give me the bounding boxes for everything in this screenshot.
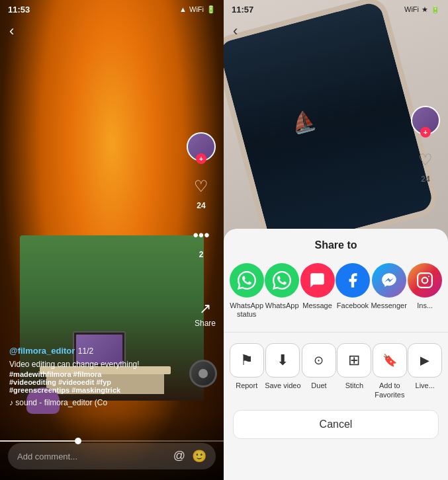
share-apps-row: WhatsAppstatus WhatsApp Message Facebook [224,263,448,332]
share-divider [224,332,448,333]
avatar-left[interactable]: + [187,132,216,161]
share-app-facebook[interactable]: Facebook [336,263,370,319]
whatsapp-label: WhatsApp [265,301,299,310]
share-actions-row: ⚑ Report ⬇ Save video ⊙ Duet ⊞ Stitch 🔖 … [224,343,448,409]
comment-placeholder-left: Add comment... [17,452,167,461]
share-sheet: Share to WhatsAppstatus WhatsApp Message [224,229,448,480]
signal-icon: ▲ [179,5,187,13]
back-button-left[interactable]: ‹ [9,22,14,40]
duet-action[interactable]: ⊙ Duet [302,343,336,399]
share-app-whatsapp[interactable]: WhatsApp [265,263,299,319]
svg-point-2 [428,276,429,277]
back-button-right[interactable]: ‹ [233,22,238,40]
sound-note-left: ♪ sound - filmora_editor (Co [9,398,107,407]
comment-icon-left[interactable]: ••• [188,222,214,249]
cancel-button[interactable]: Cancel [233,410,439,439]
status-bar-left: 11:53 ▲ WiFi 🔋 [0,0,224,19]
heart-icon-left[interactable]: ♡ [188,173,214,200]
share-label-left: Share [195,319,216,328]
live-action[interactable]: ▶ Live... [408,343,442,399]
caption-left: Video editing can change everything! [9,359,171,370]
share-app-messenger[interactable]: Messenger [371,263,406,319]
progress-bar-left [0,440,224,442]
whatsapp-icon [265,263,299,298]
like-action-left[interactable]: ♡ 24 [188,173,214,210]
svg-point-1 [422,278,428,284]
like-action-right[interactable]: ♡ 24 [412,147,439,184]
messenger-label: Messenger [371,301,406,310]
hashtags-left: #madewithfilmora #filmora #videoediting … [9,370,171,394]
report-action[interactable]: ⚑ Report [230,343,264,399]
live-label: Live... [416,381,435,390]
share-sheet-title: Share to [224,239,448,251]
save-video-label: Save video [265,381,300,390]
comment-icons-left: @ 🙂 [173,449,206,463]
time-left: 11:53 [8,5,30,15]
status-bar-right: 11:57 WiFi ★ 🔋 [224,0,448,19]
bottom-content-left: @filmora_editor 11/2 Video editing can c… [9,344,171,407]
left-panel: 11:53 ▲ WiFi 🔋 ‹ + ♡ 24 ••• 2 ↗ Share @f… [0,0,224,480]
date-left: 11/2 [78,346,93,356]
report-icon: ⚑ [230,343,264,378]
add-favorites-action[interactable]: 🔖 Add toFavorites [373,343,407,399]
report-label: Report [236,381,257,390]
messenger-icon [372,263,406,298]
save-video-icon: ⬇ [265,343,300,378]
comment-action-left[interactable]: ••• 2 [188,222,214,259]
share-app-instagram[interactable]: Ins... [408,263,442,319]
share-icon-left: ↗ [199,300,211,317]
stitch-action[interactable]: ⊞ Stitch [337,343,371,399]
battery-icon: 🔋 [206,5,216,14]
status-icons-left: ▲ WiFi 🔋 [179,5,216,14]
boat-trail-icon: ⛵ [288,107,318,136]
duet-icon: ⊙ [302,343,336,378]
wifi-icon: WiFi [189,5,204,13]
comment-bar-left[interactable]: Add comment... @ 🙂 [8,443,216,469]
heart-icon-right[interactable]: ♡ [412,147,439,173]
stitch-label: Stitch [345,381,364,390]
instagram-icon [408,263,442,298]
svg-rect-0 [418,273,432,288]
time-right: 11:57 [232,5,253,15]
add-favorites-icon: 🔖 [373,343,407,378]
facebook-label: Facebook [337,301,369,310]
save-video-action[interactable]: ⬇ Save video [265,343,300,399]
bottom-bar-left: Add comment... @ 🙂 [0,414,224,480]
status-icons-right: WiFi ★ 🔋 [404,5,440,14]
facebook-icon [336,263,370,298]
comment-count-left: 2 [199,250,204,259]
star-icon-right: ★ [422,5,428,14]
battery-icon-right: 🔋 [431,5,440,14]
wifi-icon-right: WiFi [404,5,419,13]
message-icon [300,263,335,298]
progress-fill-left [0,440,78,442]
action-buttons-right: + ♡ 24 [411,106,440,184]
instagram-label: Ins... [417,301,433,310]
action-buttons-left: + ♡ 24 ••• 2 [187,132,216,259]
music-disc-left [189,360,217,387]
whatsapp-status-icon [230,263,264,298]
music-disc-inner-left [199,369,208,378]
duet-label: Duet [311,381,326,390]
message-label: Message [302,301,332,310]
at-icon-left[interactable]: @ [173,449,185,463]
share-app-message[interactable]: Message [300,263,335,319]
share-button-left[interactable]: ↗ Share [195,300,216,328]
right-panel: ⛵ 11:57 WiFi ★ 🔋 ‹ + ♡ 24 Share to [224,0,448,480]
like-count-right: 24 [421,175,429,184]
follow-plus-right[interactable]: + [420,127,431,138]
add-favorites-label: Add toFavorites [375,381,404,399]
username-left[interactable]: @filmora_editor [9,346,75,356]
emoji-icon-left[interactable]: 🙂 [192,449,206,463]
whatsapp-status-label: WhatsAppstatus [230,301,263,319]
sound-info-left: ♪ sound - filmora_editor (Co [9,398,171,407]
avatar-right[interactable]: + [411,106,440,135]
follow-plus-left[interactable]: + [196,153,206,164]
stitch-icon: ⊞ [337,343,371,378]
like-count-left: 24 [197,201,205,210]
live-icon: ▶ [408,343,442,378]
share-app-whatsapp-status[interactable]: WhatsAppstatus [230,263,264,319]
